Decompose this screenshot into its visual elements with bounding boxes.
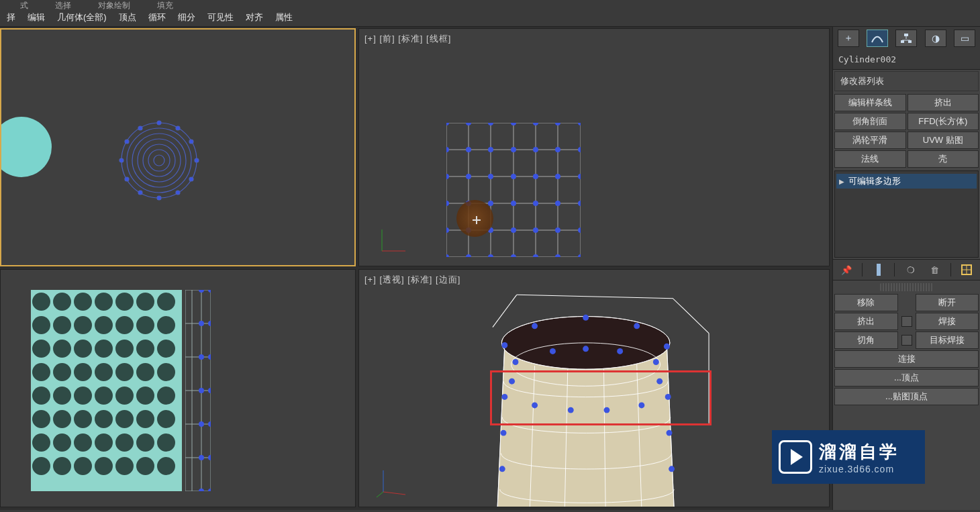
menu-align[interactable]: 对齐 bbox=[240, 9, 268, 25]
svg-point-94 bbox=[208, 388, 211, 393]
svg-point-89 bbox=[199, 321, 204, 326]
btn-remove-iso-verts[interactable]: ...顶点 bbox=[834, 369, 979, 387]
tab-motion-icon[interactable]: ◑ bbox=[925, 30, 946, 47]
object-name-text: Cylinder002 bbox=[838, 54, 896, 64]
rollup-grip[interactable] bbox=[880, 283, 933, 291]
svg-point-32 bbox=[446, 123, 449, 125]
svg-rect-137 bbox=[901, 40, 904, 43]
strip1-c: 对象绘制 bbox=[98, 0, 130, 8]
btn-target-weld[interactable]: 目标焊接 bbox=[916, 331, 979, 349]
settings-square-icon[interactable] bbox=[901, 335, 912, 346]
svg-point-111 bbox=[501, 342, 507, 348]
btn-extrude[interactable]: 挤出 bbox=[908, 94, 979, 111]
svg-point-12 bbox=[176, 191, 180, 195]
menu-edit[interactable]: 编辑 bbox=[22, 9, 50, 25]
viewport-front[interactable]: [+] [前] [标准] [线框] bbox=[358, 28, 830, 266]
btn-chamfer[interactable]: 切角 bbox=[834, 331, 898, 349]
menu-geometry-all[interactable]: 几何体(全部) bbox=[52, 9, 112, 25]
stack-toolbar: 📌 ❍ 🗑 bbox=[833, 259, 980, 280]
object-name-field[interactable]: Cylinder002 bbox=[833, 50, 980, 70]
viewport-perspective[interactable]: [+] [透视] [标准] [边面] bbox=[358, 269, 830, 507]
btn-weld[interactable]: 焊接 bbox=[916, 313, 979, 330]
viewport-front-label: [+] [前] [标准] [线框] bbox=[364, 33, 451, 45]
edit-vertices-rollup: 移除 断开 挤出 焊接 切角 目标焊接 连接 ...顶点 ...贴图顶点 bbox=[833, 291, 980, 408]
svg-point-39 bbox=[446, 147, 449, 152]
svg-point-132 bbox=[669, 466, 675, 472]
tab-modify-icon[interactable] bbox=[867, 30, 888, 47]
viewport-left[interactable] bbox=[0, 269, 356, 507]
svg-point-121 bbox=[509, 378, 515, 385]
menu-vertex[interactable]: 顶点 bbox=[113, 9, 142, 25]
menu-loop[interactable]: 循环 bbox=[143, 9, 171, 25]
svg-point-130 bbox=[667, 430, 673, 436]
btn-extrude2[interactable]: 挤出 bbox=[834, 313, 898, 330]
svg-rect-141 bbox=[877, 264, 881, 276]
svg-point-124 bbox=[568, 407, 574, 413]
modifier-stack[interactable]: ▶ 可编辑多边形 bbox=[834, 170, 979, 258]
svg-point-45 bbox=[578, 147, 581, 152]
svg-point-127 bbox=[501, 394, 507, 400]
svg-point-87 bbox=[199, 290, 204, 293]
menu-visibility[interactable]: 可见性 bbox=[202, 9, 239, 25]
viewport-top[interactable] bbox=[0, 28, 356, 266]
svg-point-46 bbox=[446, 174, 449, 179]
svg-point-95 bbox=[199, 421, 204, 427]
menu-subdivide[interactable]: 细分 bbox=[173, 9, 201, 25]
btn-bevel-profile[interactable]: 倒角剖面 bbox=[834, 113, 906, 130]
btn-turbosmooth[interactable]: 涡轮平滑 bbox=[834, 132, 906, 149]
svg-point-131 bbox=[499, 466, 505, 472]
btn-uvw-map[interactable]: UVW 贴图 bbox=[908, 132, 979, 149]
tab-create-icon[interactable]: ＋ bbox=[838, 30, 859, 47]
svg-point-117 bbox=[550, 348, 556, 354]
btn-shell[interactable]: 壳 bbox=[908, 150, 979, 168]
pattern-object bbox=[31, 290, 212, 491]
svg-point-7 bbox=[157, 121, 161, 125]
menu-select[interactable]: 择 bbox=[1, 9, 21, 25]
remove-modifier-icon[interactable]: 🗑 bbox=[926, 262, 942, 278]
show-end-result-icon[interactable] bbox=[871, 262, 887, 278]
svg-point-34 bbox=[488, 123, 493, 125]
expand-tri-icon[interactable]: ▶ bbox=[839, 178, 844, 185]
svg-point-55 bbox=[488, 201, 493, 206]
tab-hierarchy-icon[interactable] bbox=[895, 30, 917, 47]
svg-point-73 bbox=[578, 254, 581, 257]
svg-point-1 bbox=[127, 128, 191, 193]
btn-break[interactable]: 断开 bbox=[916, 294, 979, 311]
svg-point-47 bbox=[466, 174, 471, 179]
watermark-url: zixue.3d66.com bbox=[819, 464, 899, 474]
modifier-list-dropdown[interactable]: 修改器列表 bbox=[834, 71, 979, 91]
modifier-quick-buttons: 编辑样条线 挤出 倒角剖面 FFD(长方体) 涡轮平滑 UVW 贴图 法线 壳 bbox=[833, 93, 980, 169]
side-wire bbox=[185, 290, 211, 491]
object-cylinder-top-cap bbox=[0, 117, 52, 177]
svg-point-42 bbox=[511, 147, 516, 152]
svg-point-71 bbox=[533, 254, 538, 257]
top-strip-partial: 式 选择 对象绘制 填充 bbox=[0, 0, 980, 8]
svg-point-2 bbox=[132, 134, 186, 187]
make-unique-icon[interactable]: ❍ bbox=[903, 262, 919, 278]
watermark-title: 溜溜自学 bbox=[819, 440, 899, 464]
configure-sets-icon[interactable] bbox=[959, 262, 975, 278]
svg-line-134 bbox=[383, 492, 405, 495]
btn-edit-spline[interactable]: 编辑样条线 bbox=[834, 94, 906, 111]
settings-square-icon[interactable] bbox=[901, 316, 912, 327]
btn-connect[interactable]: 连接 bbox=[834, 350, 979, 368]
pin-icon[interactable]: 📌 bbox=[838, 262, 854, 278]
btn-ffd-box[interactable]: FFD(长方体) bbox=[908, 113, 979, 130]
strip1-a: 式 bbox=[20, 0, 28, 8]
tab-display-icon[interactable]: ▭ bbox=[954, 30, 975, 47]
svg-point-66 bbox=[578, 227, 581, 233]
stack-item-editable-poly[interactable]: ▶ 可编辑多边形 bbox=[836, 174, 977, 189]
strip1-b: 选择 bbox=[55, 0, 71, 8]
svg-point-69 bbox=[488, 254, 493, 257]
svg-point-122 bbox=[656, 378, 663, 385]
svg-point-59 bbox=[578, 201, 581, 206]
svg-rect-138 bbox=[908, 40, 912, 43]
btn-remove-unused-map-verts[interactable]: ...贴图顶点 bbox=[834, 388, 979, 405]
btn-normal[interactable]: 法线 bbox=[834, 150, 906, 168]
svg-point-129 bbox=[501, 430, 507, 436]
svg-point-119 bbox=[617, 348, 623, 354]
axis-gizmo-icon bbox=[375, 224, 409, 258]
menu-properties[interactable]: 属性 bbox=[270, 9, 298, 25]
svg-point-88 bbox=[208, 290, 211, 293]
btn-remove[interactable]: 移除 bbox=[834, 294, 898, 311]
